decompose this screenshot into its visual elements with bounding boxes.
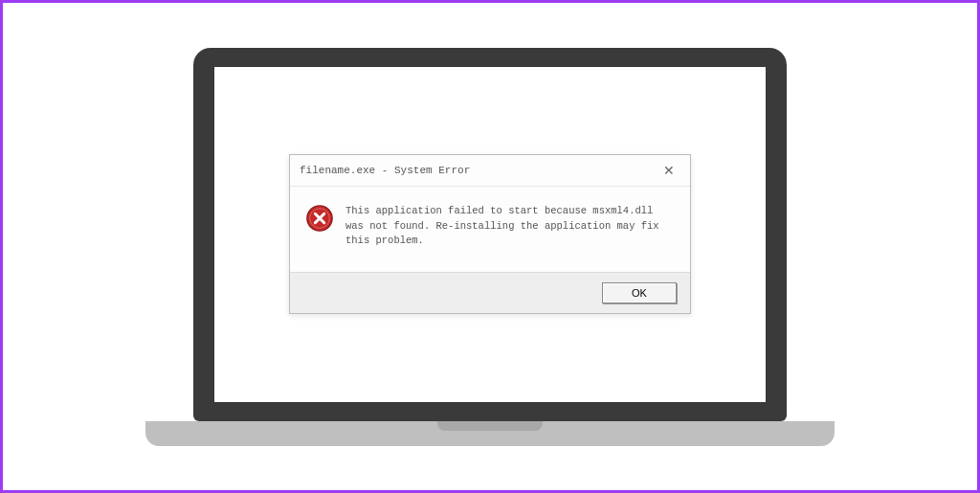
error-message: This application failed to start because… xyxy=(345,204,675,249)
dialog-footer: OK xyxy=(290,272,690,313)
error-dialog: filename.exe - System Error ✕ This appli… xyxy=(289,154,691,314)
dialog-title: filename.exe - System Error xyxy=(300,165,470,176)
laptop-notch xyxy=(437,421,543,431)
dialog-titlebar: filename.exe - System Error ✕ xyxy=(290,155,690,187)
laptop-frame: filename.exe - System Error ✕ This appli… xyxy=(193,48,787,446)
close-icon: ✕ xyxy=(663,163,675,178)
laptop-base xyxy=(145,421,835,446)
close-button[interactable]: ✕ xyxy=(657,161,680,180)
screen-bezel: filename.exe - System Error ✕ This appli… xyxy=(193,48,787,421)
error-icon xyxy=(305,204,334,233)
screen: filename.exe - System Error ✕ This appli… xyxy=(214,67,766,402)
ok-button[interactable]: OK xyxy=(602,282,677,303)
dialog-body: This application failed to start because… xyxy=(290,187,690,272)
